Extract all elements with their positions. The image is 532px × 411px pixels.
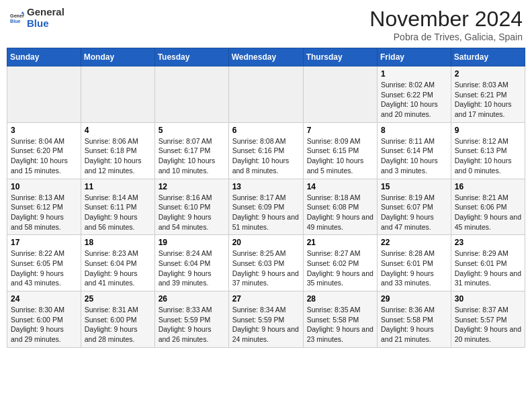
day-info: Sunrise: 8:28 AMSunset: 6:01 PMDaylight:…	[381, 248, 447, 288]
day-info: Sunrise: 8:03 AMSunset: 6:21 PMDaylight:…	[455, 80, 521, 120]
calendar-cell: 9Sunrise: 8:12 AMSunset: 6:13 PMDaylight…	[451, 122, 525, 179]
calendar-cell: 13Sunrise: 8:17 AMSunset: 6:09 PMDayligh…	[228, 179, 303, 235]
calendar-body: 1Sunrise: 8:02 AMSunset: 6:22 PMDaylight…	[7, 66, 525, 348]
day-number: 25	[85, 294, 151, 304]
calendar-cell: 14Sunrise: 8:18 AMSunset: 6:08 PMDayligh…	[303, 179, 377, 235]
calendar-cell: 3Sunrise: 8:04 AMSunset: 6:20 PMDaylight…	[7, 122, 81, 179]
calendar-cell: 17Sunrise: 8:22 AMSunset: 6:05 PMDayligh…	[7, 235, 81, 291]
day-number: 16	[455, 182, 521, 191]
day-info: Sunrise: 8:23 AMSunset: 6:04 PMDaylight:…	[85, 248, 151, 288]
weekday-header-tuesday: Tuesday	[154, 48, 228, 66]
day-number: 14	[307, 182, 373, 191]
svg-marker-2	[21, 11, 24, 13]
day-number: 4	[85, 126, 151, 135]
calendar-week-row: 10Sunrise: 8:13 AMSunset: 6:12 PMDayligh…	[7, 179, 525, 235]
day-number: 18	[85, 238, 151, 247]
day-number: 28	[307, 294, 373, 304]
title-section: November 2024 Pobra de Trives, Galicia, …	[369, 7, 523, 42]
day-info: Sunrise: 8:36 AMSunset: 5:58 PMDaylight:…	[381, 305, 447, 345]
location-text: Pobra de Trives, Galicia, Spain	[369, 32, 523, 42]
calendar-cell: 23Sunrise: 8:29 AMSunset: 6:01 PMDayligh…	[451, 235, 525, 291]
calendar-cell: 21Sunrise: 8:27 AMSunset: 6:02 PMDayligh…	[303, 235, 377, 291]
day-number: 10	[11, 182, 77, 191]
day-info: Sunrise: 8:22 AMSunset: 6:05 PMDaylight:…	[11, 248, 77, 288]
calendar-cell: 28Sunrise: 8:35 AMSunset: 5:58 PMDayligh…	[303, 291, 377, 348]
weekday-header-monday: Monday	[81, 48, 154, 66]
calendar-week-row: 3Sunrise: 8:04 AMSunset: 6:20 PMDaylight…	[7, 122, 525, 179]
calendar-cell: 4Sunrise: 8:06 AMSunset: 6:18 PMDaylight…	[81, 122, 154, 179]
day-number: 9	[455, 126, 521, 135]
calendar-cell: 30Sunrise: 8:37 AMSunset: 5:57 PMDayligh…	[451, 291, 525, 348]
day-info: Sunrise: 8:17 AMSunset: 6:09 PMDaylight:…	[232, 193, 300, 232]
calendar-cell: 29Sunrise: 8:36 AMSunset: 5:58 PMDayligh…	[378, 291, 451, 348]
calendar-cell: 10Sunrise: 8:13 AMSunset: 6:12 PMDayligh…	[7, 179, 81, 235]
day-info: Sunrise: 8:09 AMSunset: 6:15 PMDaylight:…	[307, 136, 373, 176]
day-number: 8	[381, 126, 447, 135]
day-info: Sunrise: 8:29 AMSunset: 6:01 PMDaylight:…	[455, 248, 521, 288]
day-number: 27	[232, 294, 300, 304]
weekday-header-row: SundayMondayTuesdayWednesdayThursdayFrid…	[7, 48, 525, 66]
day-number: 21	[307, 238, 373, 247]
day-number: 26	[159, 294, 225, 304]
day-info: Sunrise: 8:13 AMSunset: 6:12 PMDaylight:…	[11, 193, 77, 232]
calendar-cell: 27Sunrise: 8:34 AMSunset: 5:59 PMDayligh…	[228, 291, 303, 348]
day-number: 12	[159, 182, 225, 191]
day-info: Sunrise: 8:11 AMSunset: 6:14 PMDaylight:…	[381, 136, 447, 176]
weekday-header-thursday: Thursday	[303, 48, 377, 66]
calendar-cell	[228, 66, 303, 123]
calendar-cell: 1Sunrise: 8:02 AMSunset: 6:22 PMDaylight…	[378, 66, 451, 123]
calendar-cell: 18Sunrise: 8:23 AMSunset: 6:04 PMDayligh…	[81, 235, 154, 291]
day-number: 3	[11, 126, 77, 135]
day-info: Sunrise: 8:12 AMSunset: 6:13 PMDaylight:…	[455, 136, 521, 176]
day-number: 11	[85, 182, 151, 191]
calendar-cell	[81, 66, 154, 123]
weekday-header-saturday: Saturday	[451, 48, 525, 66]
calendar-cell: 8Sunrise: 8:11 AMSunset: 6:14 PMDaylight…	[378, 122, 451, 179]
calendar-cell: 5Sunrise: 8:07 AMSunset: 6:17 PMDaylight…	[154, 122, 228, 179]
day-number: 22	[381, 238, 447, 247]
calendar-cell: 2Sunrise: 8:03 AMSunset: 6:21 PMDaylight…	[451, 66, 525, 123]
calendar-week-row: 17Sunrise: 8:22 AMSunset: 6:05 PMDayligh…	[7, 235, 525, 291]
day-number: 2	[455, 69, 521, 79]
day-number: 30	[455, 294, 521, 304]
calendar-week-row: 1Sunrise: 8:02 AMSunset: 6:22 PMDaylight…	[7, 66, 525, 123]
day-info: Sunrise: 8:06 AMSunset: 6:18 PMDaylight:…	[85, 136, 151, 176]
svg-text:Blue: Blue	[10, 18, 21, 24]
calendar-cell	[154, 66, 228, 123]
day-info: Sunrise: 8:30 AMSunset: 6:00 PMDaylight:…	[11, 305, 77, 345]
day-info: Sunrise: 8:37 AMSunset: 5:57 PMDaylight:…	[455, 305, 521, 345]
calendar-week-row: 24Sunrise: 8:30 AMSunset: 6:00 PMDayligh…	[7, 291, 525, 348]
page-header: General Blue General Blue November 2024 …	[7, 7, 525, 42]
logo-blue-text: Blue	[27, 18, 64, 30]
day-info: Sunrise: 8:27 AMSunset: 6:02 PMDaylight:…	[307, 248, 373, 288]
calendar-cell: 20Sunrise: 8:25 AMSunset: 6:03 PMDayligh…	[228, 235, 303, 291]
day-info: Sunrise: 8:02 AMSunset: 6:22 PMDaylight:…	[381, 80, 447, 120]
day-info: Sunrise: 8:19 AMSunset: 6:07 PMDaylight:…	[381, 193, 447, 232]
calendar-cell: 11Sunrise: 8:14 AMSunset: 6:11 PMDayligh…	[81, 179, 154, 235]
calendar-cell: 22Sunrise: 8:28 AMSunset: 6:01 PMDayligh…	[378, 235, 451, 291]
calendar-cell: 25Sunrise: 8:31 AMSunset: 6:00 PMDayligh…	[81, 291, 154, 348]
calendar-cell: 24Sunrise: 8:30 AMSunset: 6:00 PMDayligh…	[7, 291, 81, 348]
calendar-cell	[7, 66, 81, 123]
day-info: Sunrise: 8:18 AMSunset: 6:08 PMDaylight:…	[307, 193, 373, 232]
day-info: Sunrise: 8:34 AMSunset: 5:59 PMDaylight:…	[232, 305, 300, 345]
day-number: 29	[381, 294, 447, 304]
day-number: 24	[11, 294, 77, 304]
day-number: 13	[232, 182, 300, 191]
day-info: Sunrise: 8:14 AMSunset: 6:11 PMDaylight:…	[85, 193, 151, 232]
month-title: November 2024	[369, 7, 523, 32]
day-number: 1	[381, 69, 447, 79]
svg-text:General: General	[10, 13, 24, 18]
day-info: Sunrise: 8:16 AMSunset: 6:10 PMDaylight:…	[159, 193, 225, 232]
logo-general-text: General	[27, 7, 64, 18]
day-number: 17	[11, 238, 77, 247]
calendar-cell: 16Sunrise: 8:21 AMSunset: 6:06 PMDayligh…	[451, 179, 525, 235]
day-info: Sunrise: 8:31 AMSunset: 6:00 PMDaylight:…	[85, 305, 151, 345]
logo: General Blue General Blue	[9, 7, 64, 29]
weekday-header-friday: Friday	[378, 48, 451, 66]
logo-icon: General Blue	[9, 11, 24, 26]
day-number: 23	[455, 238, 521, 247]
calendar-cell: 6Sunrise: 8:08 AMSunset: 6:16 PMDaylight…	[228, 122, 303, 179]
day-info: Sunrise: 8:24 AMSunset: 6:04 PMDaylight:…	[159, 248, 225, 288]
day-info: Sunrise: 8:33 AMSunset: 5:59 PMDaylight:…	[159, 305, 225, 345]
